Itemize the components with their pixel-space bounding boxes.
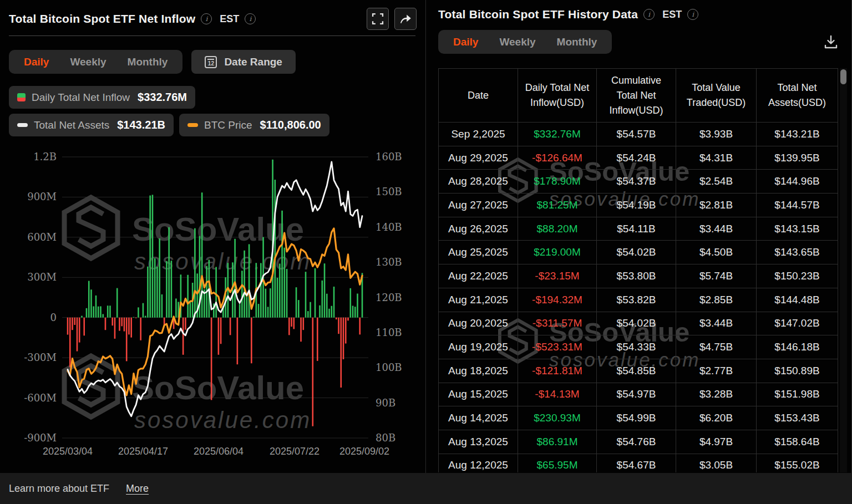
info-icon[interactable]: i — [643, 9, 655, 20]
etf-net-inflow-chart[interactable]: 1.2B900M600M300M0-300M-600M-900M160B150B… — [0, 140, 426, 461]
table-row: Aug 22,2025-$23.15M$53.80B$5.74B$150.23B — [439, 264, 838, 288]
date-range-button[interactable]: 12 Date Range — [191, 50, 296, 74]
tab-monthly[interactable]: Monthly — [546, 36, 608, 48]
cell-daily-net-inflow: $86.91M — [518, 430, 597, 454]
footer: Learn more about ETF More — [0, 473, 852, 504]
net-inflow-chart-panel: Total Bitcoin Spot ETF Net Inflow i EST … — [0, 0, 426, 473]
chart-controls: DailyWeeklyMonthly 12 Date Range — [9, 50, 417, 74]
table-row: Aug 21,2025-$194.32M$53.82B$2.85B$144.48… — [439, 288, 838, 312]
column-header: Total Value Traded(USD) — [676, 69, 757, 123]
cell-net-assets: $151.98B — [757, 383, 838, 406]
svg-text:100B: 100B — [376, 362, 402, 373]
tab-daily[interactable]: Daily — [13, 56, 59, 68]
legend-net-inflow[interactable]: Daily Total Net Inflow $332.76M — [9, 86, 195, 109]
cell-daily-net-inflow: $178.90M — [518, 170, 597, 194]
cell-daily-net-inflow: $230.93M — [518, 406, 597, 430]
cell-date: Aug 26,2025 — [439, 217, 518, 241]
more-link[interactable]: More — [126, 483, 149, 495]
info-icon[interactable]: i — [687, 9, 698, 20]
cell-value-traded: $4.75B — [676, 335, 757, 359]
svg-text:0: 0 — [50, 312, 57, 323]
history-table: DateDaily Total Net Inflow(USD)Cumulativ… — [438, 68, 838, 472]
svg-text:2025/06/04: 2025/06/04 — [194, 446, 244, 457]
cell-value-traded: $2.85B — [676, 288, 757, 312]
cell-cumulative-net-inflow: $54.99B — [597, 406, 676, 430]
svg-text:2025/04/17: 2025/04/17 — [118, 446, 168, 457]
svg-text:150B: 150B — [376, 186, 402, 197]
header-divider — [9, 35, 415, 36]
svg-text:2025/09/02: 2025/09/02 — [339, 446, 389, 457]
svg-text:160B: 160B — [376, 151, 402, 162]
table-scrollbar[interactable] — [840, 68, 847, 472]
column-header: Daily Total Net Inflow(USD) — [518, 69, 597, 123]
svg-text:140B: 140B — [376, 221, 402, 233]
svg-text:80B: 80B — [376, 432, 395, 444]
cell-daily-net-inflow: $332.76M — [518, 123, 597, 146]
cell-net-assets: $139.95B — [757, 146, 838, 170]
legend-label: BTC Price — [204, 119, 252, 131]
cell-date: Aug 18,2025 — [439, 359, 518, 383]
cell-daily-net-inflow: -$311.57M — [518, 312, 597, 335]
tab-weekly[interactable]: Weekly — [59, 56, 116, 68]
tab-monthly[interactable]: Monthly — [117, 56, 179, 68]
svg-text:1.2B: 1.2B — [33, 151, 57, 162]
tab-daily[interactable]: Daily — [443, 36, 489, 48]
cell-net-assets: $158.64B — [757, 430, 838, 454]
cell-net-assets: $150.23B — [757, 264, 838, 288]
cell-value-traded: $4.97B — [676, 430, 757, 454]
fullscreen-button[interactable] — [367, 8, 389, 30]
legend-value: $332.76M — [138, 91, 187, 104]
cell-net-assets: $155.02B — [757, 454, 838, 472]
cell-daily-net-inflow: $65.95M — [518, 454, 597, 472]
info-icon[interactable]: i — [245, 13, 256, 24]
legend-label: Daily Total Net Inflow — [32, 91, 130, 104]
table-header-row: DateDaily Total Net Inflow(USD)Cumulativ… — [439, 69, 838, 123]
table-row: Aug 25,2025$219.00M$54.02B$4.50B$143.65B — [439, 241, 838, 264]
cell-daily-net-inflow: $81.25M — [518, 194, 597, 217]
cell-value-traded: $3.93B — [676, 123, 757, 146]
timezone-label: EST — [220, 13, 239, 25]
tab-weekly[interactable]: Weekly — [489, 36, 546, 48]
table-row: Aug 26,2025$88.20M$54.11B$3.44B$143.15B — [439, 217, 838, 241]
cell-daily-net-inflow: $219.00M — [518, 241, 597, 264]
cell-value-traded: $4.50B — [676, 241, 757, 264]
cell-date: Aug 28,2025 — [439, 170, 518, 194]
cell-net-assets: $143.21B — [757, 123, 838, 146]
cell-value-traded: $5.74B — [676, 264, 757, 288]
cell-cumulative-net-inflow: $54.97B — [597, 383, 676, 406]
info-icon[interactable]: i — [201, 13, 212, 24]
svg-text:900M: 900M — [27, 191, 57, 202]
cell-value-traded: $2.77B — [676, 359, 757, 383]
cell-cumulative-net-inflow: $53.80B — [597, 264, 676, 288]
cell-date: Aug 13,2025 — [439, 430, 518, 454]
cell-cumulative-net-inflow: $54.24B — [597, 146, 676, 170]
cell-cumulative-net-inflow: $54.02B — [597, 241, 676, 264]
cell-value-traded: $3.44B — [676, 312, 757, 335]
history-table-container[interactable]: DateDaily Total Net Inflow(USD)Cumulativ… — [438, 68, 839, 472]
chart-period-tabs: DailyWeeklyMonthly — [9, 50, 182, 74]
cell-date: Aug 25,2025 — [439, 241, 518, 264]
svg-text:2025/03/04: 2025/03/04 — [43, 446, 93, 457]
table-panel-title: Total Bitcoin Spot ETF History Data — [438, 8, 638, 21]
svg-text:600M: 600M — [27, 231, 57, 243]
date-range-label: Date Range — [224, 56, 282, 68]
table-period-tabs: DailyWeeklyMonthly — [438, 30, 612, 54]
table-row: Aug 14,2025$230.93M$54.99B$6.20B$153.43B — [439, 406, 838, 430]
table-scrollbar-thumb[interactable] — [840, 69, 846, 84]
cell-daily-net-inflow: $88.20M — [518, 217, 597, 241]
legend-btc-price[interactable]: BTC Price $110,806.00 — [179, 114, 329, 136]
legend-net-assets[interactable]: Total Net Assets $143.21B — [9, 114, 174, 136]
cell-net-assets: $153.43B — [757, 406, 838, 430]
legend-value: $110,806.00 — [260, 119, 321, 131]
share-button[interactable] — [394, 8, 417, 30]
download-button[interactable] — [823, 34, 839, 50]
cell-daily-net-inflow: -$126.64M — [518, 146, 597, 170]
svg-text:SoSoValue: SoSoValue — [132, 211, 304, 248]
etf-dashboard: Total Bitcoin Spot ETF Net Inflow i EST … — [0, 0, 852, 473]
cell-cumulative-net-inflow: $53.82B — [597, 288, 676, 312]
cell-net-assets: $144.57B — [757, 194, 838, 217]
timezone-label: EST — [662, 9, 682, 21]
svg-text:2025/07/22: 2025/07/22 — [270, 446, 320, 457]
cell-cumulative-net-inflow: $54.11B — [597, 217, 676, 241]
download-icon — [823, 34, 839, 50]
